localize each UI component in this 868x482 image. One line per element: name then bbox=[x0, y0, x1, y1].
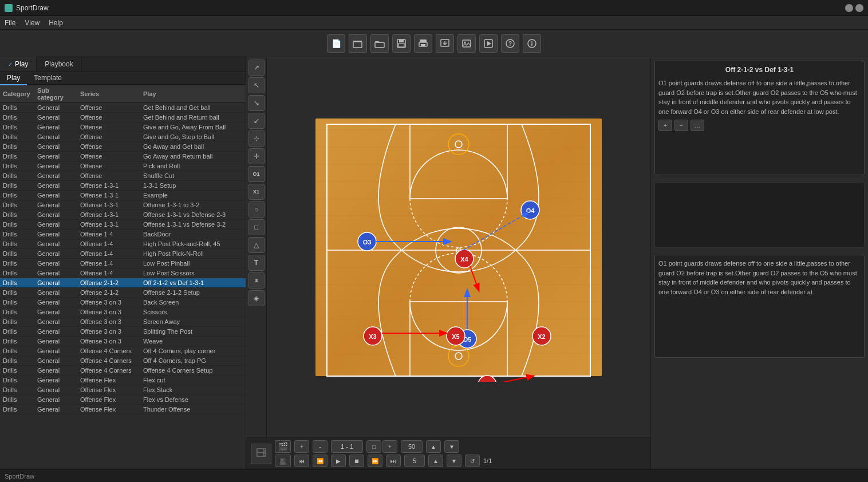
last-frame-btn[interactable]: ⏭ bbox=[386, 455, 401, 467]
table-row[interactable]: DrillsGeneralOffenseShuffle Cut bbox=[0, 171, 246, 181]
prev-frames-btn[interactable]: ⏪ bbox=[313, 455, 328, 467]
minimize-btn[interactable] bbox=[845, 4, 853, 12]
info-btn[interactable]: i bbox=[523, 34, 541, 53]
open-btn[interactable] bbox=[349, 34, 367, 53]
status-text: SportDraw bbox=[5, 473, 34, 480]
table-row[interactable]: DrillsGeneralOffense 3 on 3Back Screen bbox=[0, 298, 246, 307]
help-btn[interactable]: ? bbox=[501, 34, 519, 53]
player-o1-btn[interactable]: O1 bbox=[248, 166, 265, 182]
frame-range-input[interactable] bbox=[331, 440, 363, 453]
arrow-down-btn[interactable]: ▼ bbox=[444, 440, 459, 453]
table-row[interactable]: DrillsGeneralOffense 1-4BackDoor bbox=[0, 230, 246, 239]
table-row[interactable]: DrillsGeneralOffenseGive and Go, Away Fr… bbox=[0, 123, 246, 132]
circle-btn[interactable]: ○ bbox=[248, 202, 265, 218]
first-frame-btn[interactable]: ⏮ bbox=[294, 455, 309, 467]
table-row[interactable]: DrillsGeneralOffense FlexThunder Offense bbox=[0, 405, 246, 414]
table-row[interactable]: DrillsGeneralOffense 1-3-1Offense 1-3-1 … bbox=[0, 210, 246, 220]
open-folder-btn[interactable] bbox=[370, 34, 389, 53]
stop-btn[interactable]: ⏹ bbox=[349, 455, 364, 467]
new-file-btn[interactable]: 📄 bbox=[327, 34, 345, 53]
table-row[interactable]: DrillsGeneralOffense FlexFlex vs Defense bbox=[0, 395, 246, 405]
table-row[interactable]: DrillsGeneralOffense 4 CornersOff 4 Corn… bbox=[0, 356, 246, 366]
rect-btn[interactable]: □ bbox=[248, 219, 265, 235]
table-row[interactable]: DrillsGeneralOffense 3 on 3Screen Away bbox=[0, 317, 246, 327]
add-frame-btn[interactable]: + bbox=[294, 440, 309, 453]
table-row[interactable]: DrillsGeneralOffense 3 on 3Scissors bbox=[0, 307, 246, 317]
menu-help[interactable]: Help bbox=[49, 19, 63, 27]
table-row[interactable]: DrillsGeneralOffense 2-1-2Offense 2-1-2 … bbox=[0, 288, 246, 298]
menubar: File View Help bbox=[0, 16, 868, 30]
arrow-sw-btn[interactable]: ↙ bbox=[248, 113, 265, 129]
table-row[interactable]: DrillsGeneralOffense 1-3-1Offense 1-3-1 … bbox=[0, 220, 246, 230]
edit-desc-btn[interactable]: + bbox=[658, 120, 672, 131]
table-row[interactable]: DrillsGeneralOffense 2-1-2Off 2-1-2 vs D… bbox=[0, 278, 246, 288]
table-row[interactable]: DrillsGeneralOffense 1-4Low Post Scissor… bbox=[0, 268, 246, 278]
clear-desc-btn[interactable]: − bbox=[674, 120, 688, 131]
tab-play[interactable]: ✓ Play bbox=[0, 57, 37, 71]
next-frames-btn[interactable]: ⏩ bbox=[368, 455, 382, 467]
text-btn[interactable]: T bbox=[248, 255, 265, 271]
save-btn[interactable] bbox=[392, 34, 411, 53]
move-btn[interactable]: ✛ bbox=[248, 148, 265, 164]
loop-btn[interactable]: ↺ bbox=[465, 455, 480, 467]
menu-file[interactable]: File bbox=[5, 19, 15, 27]
play-title: Off 2-1-2 vs Def 1-3-1 bbox=[658, 65, 861, 75]
table-row[interactable]: DrillsGeneralOffense 1-4High Post Pick-a… bbox=[0, 239, 246, 249]
image-btn[interactable] bbox=[457, 34, 476, 53]
frame-count-input[interactable] bbox=[401, 440, 423, 453]
table-row[interactable]: DrillsGeneralOffenseGo Away and Return b… bbox=[0, 152, 246, 161]
table-row[interactable]: DrillsGeneralOffense 1-3-1Offense 1-3-1 … bbox=[0, 200, 246, 210]
arrow-nw-btn[interactable]: ↖ bbox=[248, 77, 265, 93]
subtab-play[interactable]: Play bbox=[0, 72, 27, 85]
right-bottom-padding bbox=[651, 361, 868, 469]
player-x1-btn[interactable]: X1 bbox=[248, 184, 265, 200]
table-row[interactable]: DrillsGeneralOffense 1-3-11-3-1 Setup bbox=[0, 181, 246, 191]
eraser-btn[interactable]: ◈ bbox=[248, 290, 265, 306]
table-row[interactable]: DrillsGeneralOffenseGive and Go, Step to… bbox=[0, 132, 246, 142]
arrow-up-btn[interactable]: ▲ bbox=[426, 440, 441, 453]
table-row[interactable]: DrillsGeneralOffense 3 on 3Splitting The… bbox=[0, 327, 246, 337]
print-btn[interactable] bbox=[414, 34, 432, 53]
table-row[interactable]: DrillsGeneralOffense FlexFlex cut bbox=[0, 376, 246, 385]
step-up-btn[interactable]: ▲ bbox=[428, 455, 443, 467]
export-btn[interactable] bbox=[436, 34, 454, 53]
film-strip-icon: 🎞 bbox=[251, 444, 271, 464]
table-row[interactable]: DrillsGeneralOffense 4 CornersOffense 4 … bbox=[0, 366, 246, 376]
table-row[interactable]: DrillsGeneralOffensePick and Roll bbox=[0, 161, 246, 171]
table-row[interactable]: DrillsGeneralOffense 1-4Low Post Pinball bbox=[0, 259, 246, 268]
dec-size-btn[interactable]: □ bbox=[366, 440, 381, 453]
table-row[interactable]: DrillsGeneralOffenseGet Behind and Get b… bbox=[0, 103, 246, 113]
table-row[interactable]: DrillsGeneralOffense 1-3-1Example bbox=[0, 191, 246, 200]
table-row[interactable]: DrillsGeneralOffense 4 CornersOff 4 Corn… bbox=[0, 346, 246, 356]
play-btn[interactable] bbox=[479, 34, 498, 53]
step-down-btn[interactable]: ▼ bbox=[447, 455, 461, 467]
tab-playbook-label: Playbook bbox=[45, 60, 73, 68]
table-row[interactable]: DrillsGeneralOffenseGo Away and Get ball bbox=[0, 142, 246, 152]
svg-rect-7 bbox=[399, 39, 404, 42]
select-btn[interactable]: ⊹ bbox=[248, 131, 265, 147]
svg-text:?: ? bbox=[508, 41, 512, 47]
svg-text:X3: X3 bbox=[369, 333, 376, 340]
arrow-se-btn[interactable]: ↘ bbox=[248, 95, 265, 111]
step-input[interactable] bbox=[404, 455, 425, 467]
triangle-btn[interactable]: △ bbox=[248, 237, 265, 253]
svg-text:i: i bbox=[531, 40, 532, 47]
table-row[interactable]: DrillsGeneralOffense FlexFlex Stack bbox=[0, 385, 246, 395]
more-desc-btn[interactable]: … bbox=[691, 120, 704, 131]
table-row[interactable]: DrillsGeneralOffense 1-4High Post Pick-N… bbox=[0, 249, 246, 259]
filmstrip2-icon: ▦ bbox=[275, 455, 291, 467]
play-fwd-btn[interactable]: ▶ bbox=[331, 455, 346, 467]
left-panel: ✓ Play Playbook Play Template Category bbox=[0, 57, 246, 469]
maximize-btn[interactable] bbox=[855, 4, 863, 12]
svg-line-82 bbox=[496, 376, 533, 382]
arrow-ne-btn[interactable]: ↗ bbox=[248, 60, 265, 76]
table-row[interactable]: DrillsGeneralOffenseGet Behind and Retur… bbox=[0, 113, 246, 123]
extra-area bbox=[654, 182, 865, 248]
menu-view[interactable]: View bbox=[25, 19, 40, 27]
tab-playbook[interactable]: Playbook bbox=[37, 57, 81, 71]
table-row[interactable]: DrillsGeneralOffense 3 on 3Weave bbox=[0, 337, 246, 346]
inc-size-btn[interactable]: + bbox=[382, 440, 397, 453]
remove-frame-btn[interactable]: - bbox=[313, 440, 328, 453]
link-btn[interactable]: ⚭ bbox=[248, 272, 265, 289]
subtab-template[interactable]: Template bbox=[27, 72, 69, 85]
